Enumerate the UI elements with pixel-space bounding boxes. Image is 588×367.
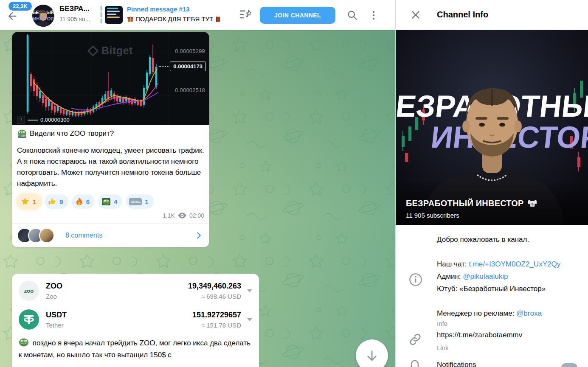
reaction-fire[interactable]: 6 [72,194,95,209]
book-emoji [215,16,221,22]
fire-icon [75,197,83,206]
reaction-cool[interactable]: COOL 1 [126,194,153,209]
info-section-label: Info [437,320,447,327]
panel-title: Channel Info [437,10,488,20]
price-label-high: 0.00005299 [175,48,205,54]
channel-url[interactable]: https://t.me/zarabotaemmv [437,331,522,339]
photo-caption: БЕЗРАБОТНЫЙ ИНВЕСТОР $ 11 905 subscriber… [406,199,537,219]
money-wings-emoji: $ [527,199,537,208]
close-panel-button[interactable] [409,9,422,22]
post2-paragraph: поздно я вчера начал трейдить ZOO, мог л… [12,334,259,361]
reaction-thumbs-up[interactable]: 9 [45,194,68,209]
token-symbol: USDT [46,311,67,319]
token-row-zoo[interactable]: zoo ZOO Zoo 19,349,460.263 ≈ 698.46 USD [12,274,259,305]
message-post-chart: Bitget 0.00005299 0.00004173 0.00002518 … [12,32,209,247]
channel-avatar-image: БЕЗР ЫЙ ИНВ ТОР [32,5,54,27]
post-meta: 1,1K 02:00 [17,212,204,219]
pinned-message-text: ПОДАРОК ДЛЯ ТЕБЯ ТУТ [127,15,233,22]
pinned-message-thumbnail[interactable] [105,6,123,24]
channel-title: БЕЗРА... [59,5,98,13]
token-usd-value: ≈ 151.78 USD [192,322,241,329]
gift-emoji [127,16,134,22]
pinned-accent-bar [101,6,101,25]
scale-arrow-icon[interactable]: ↑ [17,116,25,124]
search-button[interactable] [346,10,358,22]
zoo-token-icon: zoo [19,280,39,301]
channel-title-block[interactable]: БЕЗРА... 11 905 su... [59,5,98,22]
channel-info-rows: Добро пожаловать в канал. Наш чат: t.me/… [396,225,588,367]
chat-column: 22,3K БЕЗР ЫЙ ИНВ ТОР БЕЗРА... 11 905 su… [0,0,395,367]
thumbs-up-icon [48,197,56,206]
pepe-sticker-icon [101,197,111,206]
cool-badge-icon: COOL [129,198,142,205]
bell-icon [408,359,421,367]
join-channel-button[interactable]: JOIN CHANNEL [260,7,335,24]
notifications-toggle[interactable] [561,363,577,367]
reactions-row: 1 9 [17,194,204,209]
post-paragraph: Соколовский конечно молодец, умеет рисов… [17,145,204,189]
pinned-list-icon [239,9,252,20]
svg-text:$: $ [531,202,533,206]
token-amount: 151.92729657 [192,311,241,319]
pepe-thinking-emoji [17,129,27,138]
channel-info-panel: Channel Info [395,0,588,367]
price-label-current: 0.00004173 [170,62,206,71]
kebab-icon [369,10,378,21]
svg-text:ИНВ ТОР: ИНВ ТОР [33,16,53,21]
bitget-watermark: Bitget [87,45,133,57]
commenter-avatar [39,228,54,243]
reaction-star[interactable]: 1 [17,194,41,209]
token-row-usdt[interactable]: USDT Tether 151.92729657 ≈ 151.78 USD [12,305,259,334]
comments-count-label: 8 comments [65,232,102,239]
channel-full-title: БЕЗРАБОТНЫЙ ИНВЕСТОР [406,199,524,208]
unread-count-badge: 22,3K [8,2,32,11]
token-usd-value: ≈ 698.46 USD [188,293,241,300]
description-youtube-line: Ютуб: «Безработный Инвестор» [437,283,580,295]
channel-info-header: Channel Info [396,0,588,30]
admin-username-link[interactable]: @pikulaalukip [463,272,508,280]
message-post-wallet: zoo ZOO Zoo 19,349,460.263 ≈ 698.46 USD [12,274,259,367]
token-amount: 19,349,460.263 [188,282,241,291]
chat-background: Bitget 0.00005299 0.00004173 0.00002518 … [0,30,395,367]
manager-username-link[interactable]: @broxa [516,309,542,317]
chart-image[interactable]: Bitget 0.00005299 0.00004173 0.00002518 … [12,32,209,125]
pinned-list-button[interactable] [239,9,253,21]
pinned-message[interactable]: Pinned message #13 ПОДАРОК ДЛЯ ТЕБЯ ТУТ [127,6,233,22]
commenter-avatars [17,228,54,243]
comments-bar[interactable]: 8 comments [12,223,209,247]
chat-invite-link[interactable]: t.me/+I3OYM0OZ2_UxY2Qy [469,260,560,268]
reaction-pepe[interactable]: 4 [98,194,122,209]
chevron-right-icon [194,231,203,240]
post-time: 02:00 [189,212,204,219]
svg-text:zoo: zoo [24,288,34,294]
back-arrow-icon [6,10,18,22]
arrow-down-icon [365,349,379,363]
menu-button[interactable] [369,10,379,22]
telegram-app: 22,3K БЕЗР ЫЙ ИНВ ТОР БЕЗРА... 11 905 su… [0,0,588,367]
price-label-mid: 0.00002518 [175,87,205,93]
post-title-line: Видели что ZOO творит? [17,129,204,138]
description-chat-line: Наш чат: t.me/+I3OYM0OZ2_UxY2Qy [437,258,580,270]
price-label-low: 0.00000300 [40,117,70,123]
channel-photo-image: БЕЗРАБОТНЫЙ ИНВЕСТОР [396,30,588,225]
description-admin-line: Админ: @pikulaalukip [437,270,580,283]
bitget-logo-icon [87,45,98,56]
pinned-message-title: Pinned message #13 [127,6,233,13]
price-label-low-group: ↑ 0.00000300 [17,116,70,124]
post-body: Видели что ZOO творит? Соколовский конеч… [12,125,209,219]
token-expand-caret[interactable] [247,318,252,321]
token-symbol: ZOO [46,282,62,291]
back-button[interactable] [6,10,19,23]
views-eye-icon [178,213,186,219]
notifications-label: Notifications [437,361,476,367]
info-icon [408,272,423,287]
channel-photo[interactable]: БЕЗРАБОТНЫЙ ИНВЕСТОР [396,30,588,225]
views-count: 1,1K [163,212,175,219]
pepe-laughing-emoji [19,338,29,347]
channel-avatar[interactable]: БЕЗР ЫЙ ИНВ ТОР [32,5,54,27]
star-icon [20,197,30,206]
token-expand-caret[interactable] [247,289,252,292]
link-section-label: Link [437,344,449,351]
channel-description: Добро пожаловать в канал. Наш чат: t.me/… [437,233,580,319]
description-welcome: Добро пожаловать в канал. [437,233,580,246]
